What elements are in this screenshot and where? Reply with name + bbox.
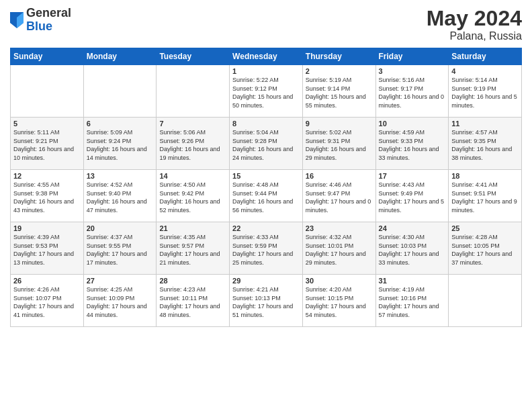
day-info: Sunrise: 4:20 AM Sunset: 10:15 PM Daylig… xyxy=(306,285,373,319)
day-cell: 18Sunrise: 4:41 AM Sunset: 9:51 PM Dayli… xyxy=(449,170,522,222)
day-cell: 6Sunrise: 5:09 AM Sunset: 9:24 PM Daylig… xyxy=(83,118,157,170)
day-cell xyxy=(11,65,84,118)
day-number: 18 xyxy=(451,172,519,180)
week-row-4: 19Sunrise: 4:39 AM Sunset: 9:53 PM Dayli… xyxy=(11,222,522,275)
day-cell: 31Sunrise: 4:19 AM Sunset: 10:16 PM Dayl… xyxy=(375,275,449,327)
day-cell: 28Sunrise: 4:23 AM Sunset: 10:11 PM Dayl… xyxy=(157,275,230,327)
calendar-header-row: SundayMondayTuesdayWednesdayThursdayFrid… xyxy=(11,48,522,65)
day-header-wednesday: Wednesday xyxy=(230,48,303,65)
day-info: Sunrise: 5:11 AM Sunset: 9:21 PM Dayligh… xyxy=(13,128,81,162)
title-block: May 2024 Palana, Russia xyxy=(427,7,522,42)
day-number: 25 xyxy=(451,224,519,232)
day-number: 29 xyxy=(232,277,300,285)
day-number: 9 xyxy=(306,120,373,128)
day-cell: 24Sunrise: 4:30 AM Sunset: 10:03 PM Dayl… xyxy=(375,222,449,275)
day-info: Sunrise: 4:23 AM Sunset: 10:11 PM Daylig… xyxy=(159,285,226,319)
day-number: 30 xyxy=(306,277,373,285)
day-cell: 5Sunrise: 5:11 AM Sunset: 9:21 PM Daylig… xyxy=(11,118,84,170)
day-number: 15 xyxy=(232,172,300,180)
day-info: Sunrise: 4:37 AM Sunset: 9:55 PM Dayligh… xyxy=(87,233,154,267)
day-cell: 13Sunrise: 4:52 AM Sunset: 9:40 PM Dayli… xyxy=(83,170,157,222)
day-cell: 30Sunrise: 4:20 AM Sunset: 10:15 PM Dayl… xyxy=(302,275,375,327)
day-cell: 14Sunrise: 4:50 AM Sunset: 9:42 PM Dayli… xyxy=(157,170,230,222)
calendar: SundayMondayTuesdayWednesdayThursdayFrid… xyxy=(10,48,522,327)
day-number: 6 xyxy=(87,120,154,128)
day-header-saturday: Saturday xyxy=(449,48,522,65)
day-cell: 10Sunrise: 4:59 AM Sunset: 9:33 PM Dayli… xyxy=(375,118,449,170)
day-header-friday: Friday xyxy=(375,48,449,65)
week-row-5: 26Sunrise: 4:26 AM Sunset: 10:07 PM Dayl… xyxy=(11,275,522,327)
day-header-sunday: Sunday xyxy=(11,48,84,65)
day-cell: 17Sunrise: 4:43 AM Sunset: 9:49 PM Dayli… xyxy=(375,170,449,222)
day-number: 4 xyxy=(451,67,519,75)
day-info: Sunrise: 5:04 AM Sunset: 9:28 PM Dayligh… xyxy=(232,128,300,162)
day-info: Sunrise: 4:55 AM Sunset: 9:38 PM Dayligh… xyxy=(13,181,81,214)
day-number: 21 xyxy=(159,224,226,232)
day-number: 16 xyxy=(306,172,373,180)
day-cell: 15Sunrise: 4:48 AM Sunset: 9:44 PM Dayli… xyxy=(230,170,303,222)
day-number: 20 xyxy=(87,224,154,232)
location: Palana, Russia xyxy=(427,30,522,42)
day-number: 31 xyxy=(379,277,446,285)
day-number: 2 xyxy=(306,67,373,75)
logo-blue-text: Blue xyxy=(26,19,52,33)
day-number: 22 xyxy=(232,224,300,232)
header: General Blue May 2024 Palana, Russia xyxy=(10,7,522,42)
day-info: Sunrise: 5:22 AM Sunset: 9:12 PM Dayligh… xyxy=(232,76,300,109)
day-cell xyxy=(449,275,522,327)
day-cell xyxy=(157,65,230,118)
day-cell: 12Sunrise: 4:55 AM Sunset: 9:38 PM Dayli… xyxy=(11,170,84,222)
day-number: 27 xyxy=(87,277,154,285)
day-info: Sunrise: 4:25 AM Sunset: 10:09 PM Daylig… xyxy=(87,285,154,319)
day-cell: 4Sunrise: 5:14 AM Sunset: 9:19 PM Daylig… xyxy=(449,65,522,118)
logo: General Blue xyxy=(10,7,71,34)
day-info: Sunrise: 4:43 AM Sunset: 9:49 PM Dayligh… xyxy=(379,181,446,214)
day-cell: 21Sunrise: 4:35 AM Sunset: 9:57 PM Dayli… xyxy=(157,222,230,275)
logo-general-text: General xyxy=(26,6,71,19)
day-header-thursday: Thursday xyxy=(302,48,375,65)
day-number: 5 xyxy=(13,120,81,128)
day-info: Sunrise: 5:19 AM Sunset: 9:14 PM Dayligh… xyxy=(306,76,373,109)
day-cell: 16Sunrise: 4:46 AM Sunset: 9:47 PM Dayli… xyxy=(302,170,375,222)
day-info: Sunrise: 4:46 AM Sunset: 9:47 PM Dayligh… xyxy=(306,181,373,214)
day-info: Sunrise: 4:30 AM Sunset: 10:03 PM Daylig… xyxy=(379,233,446,267)
day-info: Sunrise: 5:02 AM Sunset: 9:31 PM Dayligh… xyxy=(306,128,373,162)
day-info: Sunrise: 4:39 AM Sunset: 9:53 PM Dayligh… xyxy=(13,233,81,267)
day-cell: 2Sunrise: 5:19 AM Sunset: 9:14 PM Daylig… xyxy=(302,65,375,118)
day-cell: 1Sunrise: 5:22 AM Sunset: 9:12 PM Daylig… xyxy=(230,65,303,118)
day-number: 1 xyxy=(232,67,300,75)
day-cell: 19Sunrise: 4:39 AM Sunset: 9:53 PM Dayli… xyxy=(11,222,84,275)
day-cell: 29Sunrise: 4:21 AM Sunset: 10:13 PM Dayl… xyxy=(230,275,303,327)
day-info: Sunrise: 4:48 AM Sunset: 9:44 PM Dayligh… xyxy=(232,181,300,214)
day-info: Sunrise: 4:32 AM Sunset: 10:01 PM Daylig… xyxy=(306,233,373,267)
day-cell: 3Sunrise: 5:16 AM Sunset: 9:17 PM Daylig… xyxy=(375,65,449,118)
week-row-3: 12Sunrise: 4:55 AM Sunset: 9:38 PM Dayli… xyxy=(11,170,522,222)
day-number: 8 xyxy=(232,120,300,128)
day-cell: 9Sunrise: 5:02 AM Sunset: 9:31 PM Daylig… xyxy=(302,118,375,170)
day-cell: 25Sunrise: 4:28 AM Sunset: 10:05 PM Dayl… xyxy=(449,222,522,275)
day-number: 17 xyxy=(379,172,446,180)
day-number: 28 xyxy=(159,277,226,285)
day-number: 24 xyxy=(379,224,446,232)
day-number: 3 xyxy=(379,67,446,75)
day-info: Sunrise: 5:14 AM Sunset: 9:19 PM Dayligh… xyxy=(451,76,519,109)
day-number: 23 xyxy=(306,224,373,232)
day-info: Sunrise: 4:26 AM Sunset: 10:07 PM Daylig… xyxy=(13,285,81,319)
day-info: Sunrise: 4:59 AM Sunset: 9:33 PM Dayligh… xyxy=(379,128,446,162)
day-number: 11 xyxy=(451,120,519,128)
day-info: Sunrise: 5:09 AM Sunset: 9:24 PM Dayligh… xyxy=(87,128,154,162)
day-cell: 22Sunrise: 4:33 AM Sunset: 9:59 PM Dayli… xyxy=(230,222,303,275)
day-info: Sunrise: 4:50 AM Sunset: 9:42 PM Dayligh… xyxy=(159,181,226,214)
day-info: Sunrise: 4:41 AM Sunset: 9:51 PM Dayligh… xyxy=(451,181,519,214)
day-info: Sunrise: 4:28 AM Sunset: 10:05 PM Daylig… xyxy=(451,233,519,267)
day-number: 13 xyxy=(87,172,154,180)
day-info: Sunrise: 4:19 AM Sunset: 10:16 PM Daylig… xyxy=(379,285,446,319)
day-header-monday: Monday xyxy=(83,48,157,65)
logo-icon xyxy=(10,12,24,28)
day-number: 7 xyxy=(159,120,226,128)
day-info: Sunrise: 4:21 AM Sunset: 10:13 PM Daylig… xyxy=(232,285,300,319)
page: General Blue May 2024 Palana, Russia Sun… xyxy=(0,0,532,411)
month-title: May 2024 xyxy=(427,7,522,30)
week-row-2: 5Sunrise: 5:11 AM Sunset: 9:21 PM Daylig… xyxy=(11,118,522,170)
day-info: Sunrise: 5:06 AM Sunset: 9:26 PM Dayligh… xyxy=(159,128,226,162)
